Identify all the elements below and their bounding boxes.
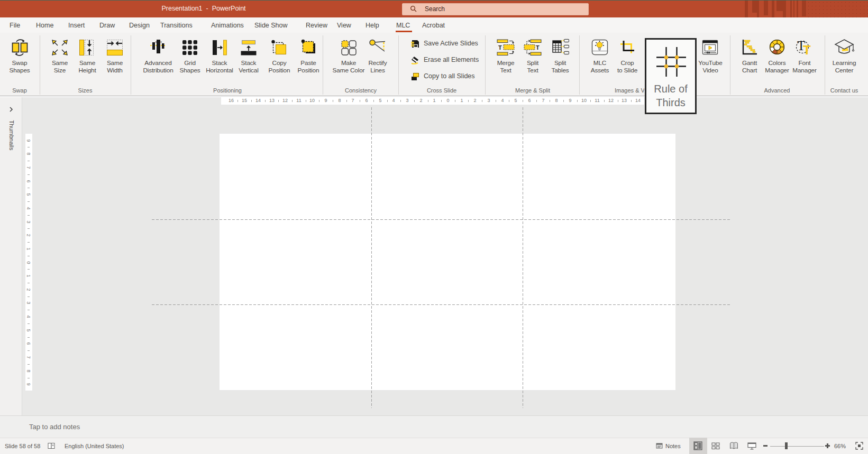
svg-text:x: x: [160, 40, 162, 43]
svg-text:T: T: [498, 44, 502, 51]
svg-text:T: T: [803, 43, 811, 57]
svg-text:x: x: [156, 40, 157, 43]
svg-text:T: T: [536, 44, 540, 51]
